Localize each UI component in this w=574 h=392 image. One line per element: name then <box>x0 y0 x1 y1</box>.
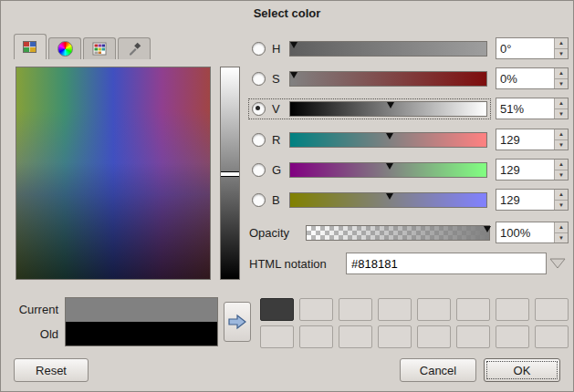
palette-swatch[interactable] <box>378 298 412 321</box>
palette-swatch[interactable] <box>378 325 412 348</box>
h-spinbox: ▲ ▼ <box>496 37 569 59</box>
eyedropper-icon <box>127 42 141 57</box>
v-spin-down-button[interactable]: ▼ <box>555 109 568 119</box>
opacity-label: Opacity <box>249 226 306 240</box>
channel-row-h: H ▲ ▼ <box>249 36 569 60</box>
b-input[interactable] <box>496 190 554 210</box>
palette-swatch[interactable] <box>339 298 372 321</box>
radio-h[interactable] <box>252 42 266 56</box>
add-to-palette-button[interactable] <box>224 302 251 342</box>
tab-palette-grid[interactable] <box>83 37 116 59</box>
palette-swatch[interactable] <box>260 325 294 348</box>
palette-swatch[interactable] <box>535 325 569 348</box>
s-spinbox: ▲ ▼ <box>496 67 569 89</box>
b-spinbox: ▲ ▼ <box>496 189 569 211</box>
palette-swatch[interactable] <box>456 298 490 321</box>
radio-s[interactable] <box>252 72 266 86</box>
radio-r[interactable] <box>252 133 266 147</box>
v-slider[interactable] <box>289 101 487 117</box>
g-slider-marker[interactable] <box>386 163 393 170</box>
h-slider[interactable] <box>289 41 487 57</box>
s-input[interactable] <box>496 68 554 88</box>
dropdown-triangle-icon <box>549 258 566 269</box>
v-slider-marker[interactable] <box>387 102 394 108</box>
opacity-spin-up-button[interactable]: ▲ <box>555 222 568 233</box>
v-spin-up-button[interactable]: ▲ <box>555 98 568 109</box>
color-square-selector[interactable] <box>16 67 211 280</box>
selector-tabs <box>14 34 151 59</box>
palette-swatch[interactable] <box>299 298 333 321</box>
channel-b-label: B <box>272 193 284 207</box>
old-color-swatch <box>66 322 217 346</box>
h-spin-up-button[interactable]: ▲ <box>555 38 568 49</box>
current-old-area: Current Old <box>14 297 218 346</box>
channel-row-s: S ▲ ▼ <box>249 67 569 90</box>
g-spinbox: ▲ ▼ <box>496 159 569 181</box>
channel-row-r: R ▲ ▼ <box>249 128 569 151</box>
channel-g-label: G <box>272 163 284 177</box>
g-slider[interactable] <box>289 162 487 178</box>
palette-swatch[interactable] <box>417 325 451 348</box>
h-slider-marker[interactable] <box>290 42 297 48</box>
r-spin-up-button[interactable]: ▲ <box>555 129 568 140</box>
current-color-swatch <box>66 298 217 322</box>
palette-swatch[interactable] <box>299 325 333 348</box>
tab-gimp-selector[interactable] <box>14 34 47 59</box>
value-bar[interactable] <box>220 67 240 280</box>
b-slider[interactable] <box>289 192 487 208</box>
g-spin-down-button[interactable]: ▼ <box>555 170 568 181</box>
html-notation-row: HTML notation <box>249 252 569 275</box>
old-label: Old <box>14 322 58 346</box>
opacity-slider[interactable] <box>306 225 490 241</box>
palette-swatch[interactable] <box>260 298 294 321</box>
opacity-input[interactable] <box>496 222 554 242</box>
html-notation-label: HTML notation <box>249 257 346 271</box>
r-input[interactable] <box>496 129 554 150</box>
h-input[interactable] <box>496 38 554 58</box>
reset-button[interactable]: Reset <box>14 358 89 382</box>
palette-swatch[interactable] <box>417 298 451 321</box>
b-spin-up-button[interactable]: ▲ <box>555 190 568 201</box>
cancel-button[interactable]: Cancel <box>400 358 476 382</box>
s-slider-marker[interactable] <box>290 72 297 78</box>
s-spin-down-button[interactable]: ▼ <box>555 79 568 89</box>
color-wheel-icon <box>57 41 73 57</box>
r-slider[interactable] <box>289 132 487 148</box>
palette-swatch[interactable] <box>339 325 372 348</box>
radio-g[interactable] <box>252 163 266 177</box>
g-spin-up-button[interactable]: ▲ <box>555 160 568 170</box>
palette-swatch[interactable] <box>496 325 529 348</box>
tab-color-wheel[interactable] <box>48 37 81 59</box>
current-old-swatch <box>65 297 218 346</box>
b-slider-marker[interactable] <box>386 193 393 200</box>
channel-v-label: V <box>272 102 284 116</box>
opacity-row: Opacity ▲ ▼ <box>249 221 569 244</box>
current-label: Current <box>14 297 58 322</box>
opacity-spin-down-button[interactable]: ▼ <box>555 233 568 243</box>
b-spin-down-button[interactable]: ▼ <box>555 201 568 211</box>
radio-v[interactable] <box>252 102 266 116</box>
opacity-spinbox: ▲ ▼ <box>496 222 569 243</box>
tab-eyedropper[interactable] <box>118 37 151 59</box>
channel-row-b: B ▲ ▼ <box>249 188 569 211</box>
s-slider[interactable] <box>289 71 487 87</box>
channel-h-label: H <box>272 42 284 56</box>
s-spin-up-button[interactable]: ▲ <box>555 68 568 79</box>
v-input[interactable] <box>496 98 554 119</box>
opacity-slider-marker[interactable] <box>484 226 491 232</box>
h-spin-down-button[interactable]: ▼ <box>555 49 568 59</box>
palette-swatch[interactable] <box>496 298 529 321</box>
value-bar-marker[interactable] <box>221 171 239 177</box>
palette-swatch[interactable] <box>456 325 490 348</box>
g-input[interactable] <box>496 160 554 180</box>
radio-b[interactable] <box>252 193 266 207</box>
ok-button[interactable]: OK <box>484 358 560 382</box>
palette-swatch[interactable] <box>535 298 569 321</box>
html-notation-input[interactable] <box>346 253 547 274</box>
r-slider-marker[interactable] <box>386 133 393 139</box>
dialog-title: Select color <box>1 1 573 26</box>
r-spin-down-button[interactable]: ▼ <box>555 140 568 150</box>
right-arrow-icon <box>227 313 247 331</box>
select-color-dialog: Select color <box>0 0 574 392</box>
history-dropdown-button[interactable] <box>547 258 569 269</box>
